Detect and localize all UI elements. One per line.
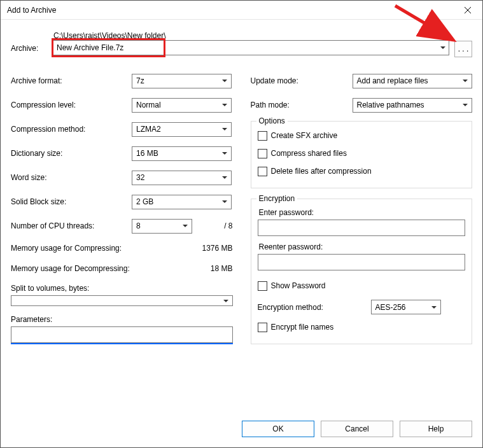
word-size-select[interactable]: 32 [132, 171, 232, 185]
word-size-value: 32 [136, 173, 144, 182]
cpu-threads-value: 8 [136, 221, 141, 230]
chevron-down-icon [222, 128, 227, 130]
archive-format-value: 7z [136, 76, 144, 85]
encryption-method-label: Encryption method: [258, 303, 371, 312]
update-mode-value: Add and replace files [357, 76, 428, 85]
compression-method-label: Compression method: [11, 125, 132, 134]
path-mode-select[interactable]: Relative pathnames [353, 98, 473, 113]
dictionary-size-label: Dictionary size: [11, 149, 132, 158]
delete-after-checkbox[interactable] [258, 167, 267, 176]
path-mode-label: Path mode: [251, 101, 353, 109]
chevron-down-icon [222, 80, 227, 82]
chevron-down-icon [463, 104, 468, 106]
chevron-down-icon [183, 225, 188, 227]
ellipsis-icon: . . . [458, 45, 469, 53]
cpu-threads-select[interactable]: 8 [132, 219, 192, 234]
solid-block-size-select[interactable]: 2 GB [132, 195, 232, 209]
solid-block-size-label: Solid Block size: [11, 197, 132, 206]
encryption-method-value: AES-256 [375, 303, 406, 312]
show-password-label: Show Password [271, 281, 326, 290]
chevron-down-icon [463, 80, 468, 82]
compression-method-select[interactable]: LZMA2 [132, 122, 232, 137]
split-volumes-label: Split to volumes, bytes: [11, 284, 233, 293]
chevron-down-icon [222, 176, 227, 179]
reenter-password-label: Reenter password: [259, 242, 466, 251]
cpu-threads-label: Number of CPU threads: [11, 221, 132, 230]
archive-path: C:\Users\raist\Videos\New folder\ [52, 31, 449, 40]
enter-password-label: Enter password: [259, 208, 466, 217]
word-size-label: Word size: [11, 173, 132, 182]
memory-decompress-label: Memory usage for Decompressing: [11, 264, 130, 273]
dictionary-size-select[interactable]: 16 MB [132, 146, 232, 161]
chevron-down-icon [431, 306, 437, 309]
delete-after-label: Delete files after compression [271, 167, 372, 176]
update-mode-label: Update mode: [251, 76, 353, 85]
archive-format-label: Archive format: [11, 76, 132, 85]
memory-compress-label: Memory usage for Compressing: [11, 244, 122, 253]
archive-label: Archive: [11, 31, 52, 53]
cancel-label: Cancel [345, 424, 368, 433]
path-mode-value: Relative pathnames [357, 101, 424, 109]
options-group: Options Create SFX archive Compress shar… [251, 121, 473, 188]
archive-filename-input[interactable] [52, 40, 449, 55]
solid-block-size-value: 2 GB [136, 197, 153, 206]
ok-button[interactable]: OK [242, 421, 314, 437]
compression-level-value: Normal [136, 101, 161, 109]
help-label: Help [428, 424, 444, 433]
help-button[interactable]: Help [400, 421, 472, 437]
close-icon [465, 7, 471, 13]
encryption-method-select[interactable]: AES-256 [371, 300, 441, 314]
show-password-checkbox[interactable] [258, 281, 267, 291]
encryption-legend: Encryption [256, 194, 298, 203]
compression-level-label: Compression level: [11, 101, 132, 109]
archive-format-select[interactable]: 7z [132, 74, 232, 88]
dictionary-size-value: 16 MB [136, 149, 158, 158]
reenter-password-input[interactable] [258, 254, 466, 270]
ok-label: OK [272, 424, 283, 433]
split-volumes-select[interactable] [11, 295, 233, 306]
chevron-down-icon [223, 300, 228, 302]
chevron-down-icon [222, 200, 227, 203]
browse-button[interactable]: . . . [454, 41, 472, 57]
chevron-down-icon [222, 104, 227, 106]
enter-password-input[interactable] [258, 220, 466, 236]
encrypt-filenames-label: Encrypt file names [271, 323, 334, 332]
compression-method-value: LZMA2 [136, 125, 161, 134]
options-legend: Options [256, 116, 288, 125]
parameters-input[interactable] [11, 326, 233, 343]
encrypt-filenames-checkbox[interactable] [258, 323, 267, 332]
cpu-threads-total: / 8 [219, 221, 232, 230]
compress-shared-checkbox[interactable] [258, 149, 267, 158]
memory-compress-value: 1376 MB [202, 244, 232, 253]
encryption-group: Encryption Enter password: Reenter passw… [251, 199, 473, 344]
close-button[interactable] [453, 1, 482, 20]
create-sfx-checkbox[interactable] [258, 131, 267, 141]
compress-shared-label: Compress shared files [271, 149, 347, 158]
compression-level-select[interactable]: Normal [132, 98, 232, 113]
chevron-down-icon [222, 152, 227, 155]
create-sfx-label: Create SFX archive [271, 131, 338, 140]
parameters-label: Parameters: [11, 315, 233, 324]
memory-decompress-value: 18 MB [211, 264, 233, 273]
update-mode-select[interactable]: Add and replace files [353, 74, 473, 88]
cancel-button[interactable]: Cancel [321, 421, 393, 437]
window-title: Add to Archive [7, 6, 56, 15]
